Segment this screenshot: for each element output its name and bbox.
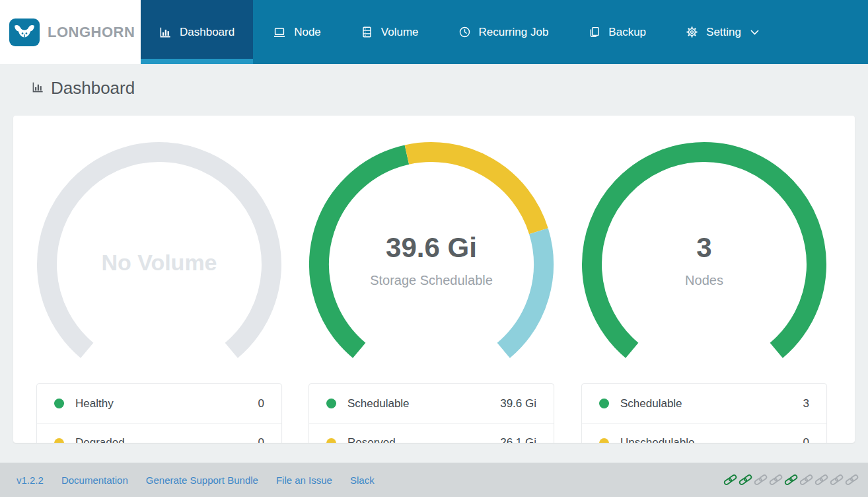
legend-dot-icon [54, 438, 64, 443]
legend-row: Healthy0 [37, 384, 281, 423]
nav-item-label: Dashboard [180, 26, 235, 39]
storage-legend-card: Schedulable39.6 GiReserved26.1 Gi [308, 383, 554, 443]
nav-item-label: Recurring Job [479, 26, 549, 39]
legend-value: 0 [258, 436, 264, 443]
legend-row: Schedulable3 [582, 384, 826, 423]
laptop-icon [273, 26, 286, 39]
legend-row: Unschedulable0 [582, 423, 826, 443]
chain-link-icon [830, 473, 844, 487]
legend-value: 3 [803, 397, 809, 410]
nav-item-volume[interactable]: Volume [341, 0, 439, 64]
nav-item-label: Backup [608, 26, 646, 39]
nav-item-recurring-job[interactable]: Recurring Job [439, 0, 569, 64]
nav-item-label: Setting [706, 26, 741, 39]
bar-chart-icon [32, 81, 44, 96]
nodes-legend-card: Schedulable3Unschedulable0 [581, 383, 827, 443]
page-title: Dashboard [51, 78, 135, 98]
nav-item-setting[interactable]: Setting [666, 0, 779, 64]
top-navbar: LONGHORN Dashboard Node [0, 0, 868, 64]
chain-link-icon [754, 473, 768, 487]
chain-link-icon [739, 473, 752, 487]
chain-link-icon [814, 473, 828, 487]
footer-link[interactable]: Documentation [61, 475, 128, 486]
gear-icon [686, 26, 698, 38]
chain-link-icon [799, 473, 813, 487]
longhorn-bull-icon [9, 19, 40, 46]
footer-link[interactable]: Generate Support Bundle [146, 475, 258, 486]
legend-value: 0 [258, 397, 264, 410]
nodes-gauge-section: 3 Nodes Schedulable3Unschedulable0 [581, 116, 827, 443]
legend-dot-icon [326, 399, 336, 408]
bar-chart-icon [159, 26, 172, 38]
copy-icon [588, 26, 600, 38]
storage-gauge-section: 39.6 Gi Storage Schedulable Schedulable3… [308, 116, 554, 443]
footer-links: v1.2.2 DocumentationGenerate Support Bun… [17, 475, 375, 486]
chevron-down-icon [750, 30, 759, 35]
nav-item-dashboard[interactable]: Dashboard [141, 0, 253, 64]
gauge-center-label: Nodes [581, 273, 827, 288]
legend-label: Degraded [75, 436, 247, 443]
legend-dot-icon [54, 399, 64, 408]
legend-value: 0 [803, 436, 809, 443]
legend-label: Reserved [347, 436, 489, 443]
chain-link-icon [845, 473, 859, 487]
legend-dot-icon [599, 399, 609, 408]
legend-value: 26.1 Gi [500, 436, 536, 443]
legend-row: Reserved26.1 Gi [309, 423, 554, 443]
chain-link-icon [784, 473, 798, 487]
footer-link[interactable]: Slack [350, 475, 375, 486]
chain-link-icon [723, 473, 737, 487]
footer-bar: v1.2.2 DocumentationGenerate Support Bun… [0, 463, 868, 497]
page-title-row: Dashboard [32, 78, 135, 98]
volume-gauge-section: No Volume Healthy0Degraded0 [36, 116, 282, 443]
nav-item-label: Volume [381, 26, 419, 39]
volume-legend-card: Healthy0Degraded0 [36, 383, 282, 443]
legend-row: Schedulable39.6 Gi [309, 384, 554, 423]
gauge-segment-reserved [407, 152, 538, 231]
legend-row: Degraded0 [37, 423, 281, 443]
legend-label: Schedulable [620, 397, 792, 410]
nav-item-label: Node [294, 26, 321, 39]
footer-link[interactable]: File an Issue [276, 475, 332, 486]
database-icon [361, 26, 373, 38]
main-nav: Dashboard Node Volume [141, 0, 868, 64]
gauge-center-text: No Volume [36, 250, 282, 276]
chain-status-icons [723, 473, 859, 487]
nav-item-backup[interactable]: Backup [568, 0, 666, 64]
chain-link-icon [769, 473, 783, 487]
gauge-center-value: 3 [581, 232, 827, 264]
legend-value: 39.6 Gi [500, 397, 536, 410]
gauge-center-value: 39.6 Gi [308, 232, 554, 264]
nav-item-node[interactable]: Node [253, 0, 341, 64]
legend-dot-icon [326, 438, 336, 443]
legend-label: Unschedulable [620, 436, 792, 443]
brand-logo[interactable]: LONGHORN [0, 0, 141, 64]
legend-label: Schedulable [347, 397, 489, 410]
dashboard-panel: No Volume Healthy0Degraded0 39.6 Gi Stor… [13, 116, 855, 443]
brand-name: LONGHORN [48, 24, 135, 41]
legend-label: Healthy [75, 397, 247, 410]
clock-icon [458, 26, 471, 38]
gauge-center-label: Storage Schedulable [308, 273, 554, 288]
version-label[interactable]: v1.2.2 [17, 475, 44, 486]
legend-dot-icon [599, 438, 609, 443]
